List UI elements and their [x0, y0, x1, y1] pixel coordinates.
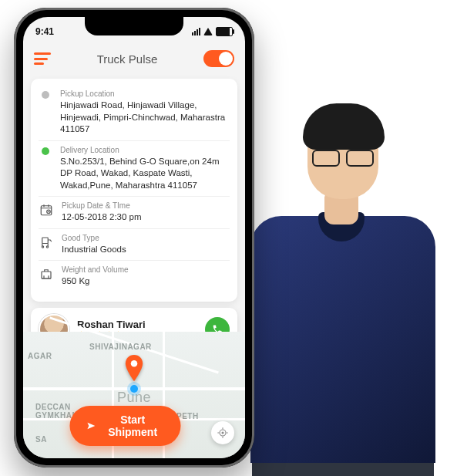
svg-rect-5 [42, 272, 51, 279]
map[interactable]: AGAR SHIVAJINAGAR DECCAN GYMKHANA BUDHWA… [23, 332, 245, 458]
svg-point-3 [42, 245, 43, 247]
online-toggle[interactable] [203, 50, 234, 67]
datetime-row: Pickup Date & TIme 12-05-2018 2:30 pm [39, 197, 230, 229]
wifi-icon [203, 28, 213, 35]
datetime-label: Pickup Date & TIme [62, 201, 230, 210]
weight-label: Weight and Volume [62, 265, 230, 274]
goods-row: Good Type Industrial Goods [39, 229, 230, 262]
app-title: Truck Pulse [97, 52, 158, 66]
current-location-dot [130, 385, 138, 393]
pickup-value: Hinjawadi Road, Hinjawadi Village, Hinje… [60, 100, 230, 136]
map-label: SA [35, 435, 47, 444]
goods-label: Good Type [62, 234, 230, 242]
pickup-row: Pickup Location Hinjawadi Road, Hinjawad… [39, 85, 230, 141]
driver-name: Roshan Tiwari [77, 319, 197, 330]
screen: 9:41 Truck Pulse Pickup Location [23, 17, 245, 458]
start-shipment-label: Start Shipment [102, 414, 164, 438]
svg-rect-2 [42, 238, 49, 244]
signal-icon [192, 28, 200, 35]
send-icon [86, 420, 95, 431]
delivery-value: S.No.253/1, Behind G-O Square,on 24m DP … [60, 156, 230, 192]
map-label: SHIVAJINAGAR [89, 343, 152, 351]
status-indicators [192, 27, 233, 36]
map-pin-icon [124, 355, 144, 375]
delivery-label: Delivery Location [60, 146, 230, 154]
weight-icon [39, 265, 54, 288]
svg-point-4 [46, 245, 48, 247]
shipment-card: Pickup Location Hinjawadi Road, Hinjawad… [31, 79, 237, 302]
map-label: AGAR [28, 352, 52, 360]
phone-frame: 9:41 Truck Pulse Pickup Location [14, 8, 254, 468]
menu-button[interactable] [34, 52, 51, 65]
start-shipment-button[interactable]: Start Shipment [69, 406, 180, 446]
pickup-label: Pickup Location [60, 89, 230, 98]
weight-value: 950 Kg [62, 275, 230, 288]
locate-me-button[interactable] [211, 421, 234, 444]
status-time: 9:41 [35, 26, 54, 37]
goods-value: Industrial Goods [62, 244, 230, 256]
delivery-row: Delivery Location S.No.253/1, Behind G-O… [39, 141, 230, 197]
calendar-icon [39, 201, 54, 224]
battery-icon [216, 27, 233, 36]
goods-icon [39, 234, 54, 256]
person-photo [241, 69, 449, 463]
svg-point-6 [131, 360, 138, 367]
notch [85, 17, 183, 35]
app-bar: Truck Pulse [23, 43, 245, 74]
pickup-marker-icon [39, 89, 52, 136]
delivery-marker-icon [39, 146, 52, 192]
weight-row: Weight and Volume 950 Kg [39, 261, 230, 292]
svg-point-8 [222, 432, 223, 434]
datetime-value: 12-05-2018 2:30 pm [62, 211, 230, 224]
